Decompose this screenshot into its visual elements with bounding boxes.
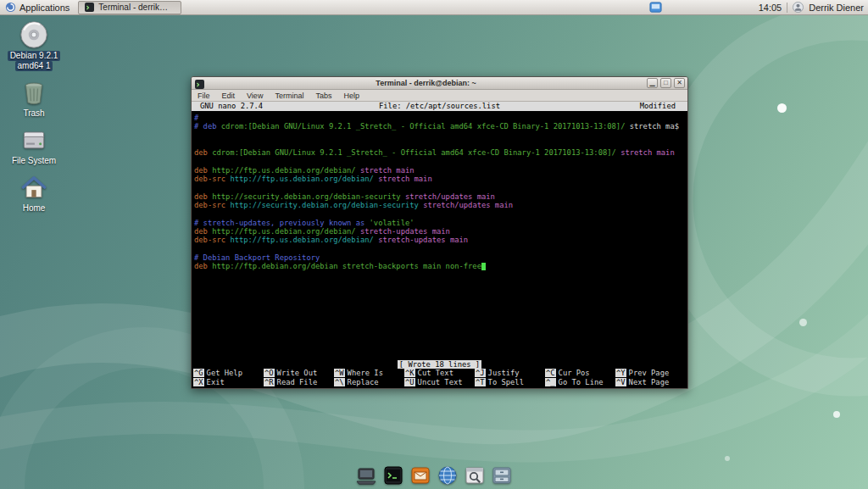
menu-edit[interactable]: Edit (216, 90, 242, 102)
text-cursor (481, 263, 486, 270)
buffer-line: # stretch-updates, previously known as '… (194, 219, 687, 227)
buffer-line: # Debian Backport Repository (194, 253, 687, 262)
wallpaper-dot (799, 319, 807, 326)
user-name[interactable]: Derrik Diener (809, 3, 864, 13)
terminal-window-icon (84, 2, 95, 13)
nano-modified-flag: Modified (640, 102, 676, 110)
file-manager-launcher-icon[interactable] (491, 464, 513, 486)
user-avatar-icon (793, 2, 804, 13)
buffer-line: deb http://security.debian.org/debian-se… (194, 192, 687, 201)
desktop-icon-label: File System (12, 156, 56, 166)
applications-menu-label: Applications (19, 3, 70, 13)
wallpaper-dot (777, 103, 787, 113)
menu-help[interactable]: Help (337, 90, 365, 102)
wallpaper-dot (725, 456, 730, 461)
nano-shortcut: ^RRead File (264, 378, 334, 386)
nano-statusbar: [ Wrote 18 lines ] (193, 360, 686, 369)
applications-menu-icon (5, 2, 16, 13)
desktop-icon-home[interactable]: Home (5, 173, 63, 214)
menu-file[interactable]: File (192, 90, 216, 102)
buffer-line: deb http://ftp.us.debian.org/debian/ str… (194, 166, 687, 175)
trash-icon (19, 78, 48, 107)
nano-shortcut: ^TTo Spell (475, 378, 545, 386)
panel-separator (787, 3, 787, 13)
file-system-icon (19, 125, 48, 154)
app-finder-launcher-icon[interactable] (464, 464, 486, 486)
buffer-line (194, 244, 687, 253)
nano-shortcut: ^JJustify (475, 369, 545, 377)
buffer-line: deb cdrom:[Debian GNU/Linux 9.2.1 _Stret… (194, 148, 687, 157)
window-titlebar[interactable]: Terminal - derrik@debian: ~ ▁ □ ✕ (192, 77, 687, 90)
maximize-button[interactable]: □ (660, 78, 671, 88)
menu-tabs[interactable]: Tabs (309, 90, 337, 102)
nano-shortcut: ^WWhere Is (334, 369, 404, 377)
close-button[interactable]: ✕ (674, 78, 685, 88)
terminal-content[interactable]: File: /etc/apt/sources.list GNU nano 2.7… (192, 102, 687, 388)
nano-shortcut: ^KCut Text (404, 369, 475, 377)
wallpaper-dot (833, 411, 840, 418)
top-panel: Applications Terminal - derrik@debia... … (0, 0, 868, 15)
window-title: Terminal - derrik@debian: ~ (208, 79, 644, 87)
nano-buffer: ## deb cdrom:[Debian GNU/Linux 9.2.1 _St… (192, 111, 687, 270)
buffer-line: # deb cdrom:[Debian GNU/Linux 9.2.1 _Str… (194, 122, 687, 131)
buffer-line (194, 183, 687, 192)
nano-titlebar: File: /etc/apt/sources.list GNU nano 2.7… (192, 102, 687, 111)
mail-launcher-icon[interactable] (409, 464, 431, 486)
nano-shortcut: ^XExit (193, 378, 264, 386)
desktop-icon-file-system[interactable]: File System (5, 125, 63, 166)
panel-right-group: 14:05 Derrik Diener (759, 2, 868, 13)
nano-shortcut: ^GGet Help (193, 369, 264, 377)
buffer-line (194, 157, 687, 165)
buffer-line (194, 140, 687, 148)
desktop-icon-trash[interactable]: Trash (5, 78, 63, 119)
desktop: Applications Terminal - derrik@debia... … (0, 0, 868, 489)
nano-shortcut: ^YPrev Page (615, 369, 686, 377)
nano-footer: [ Wrote 18 lines ] ^GGet Help^OWrite Out… (193, 360, 686, 386)
desktop-icons: Debian 9.2.1amd64 1TrashFile SystemHome (5, 20, 63, 214)
nano-file-label: File: /etc/apt/sources.list (192, 102, 687, 110)
home-icon (19, 173, 48, 202)
menu-terminal[interactable]: Terminal (269, 90, 309, 102)
applications-menu-button[interactable]: Applications (0, 1, 75, 14)
desktop-icon-label: Trash (23, 108, 44, 119)
buffer-line: deb http://ftp.debian.org/debian stretch… (194, 262, 687, 270)
buffer-line (194, 131, 687, 140)
buffer-line (194, 209, 687, 218)
nano-shortcut: ^VNext Page (615, 378, 686, 386)
dock (355, 464, 513, 486)
taskbar-window-label: Terminal - derrik@debia... (98, 3, 175, 12)
window-terminal-icon (194, 78, 205, 89)
nano-shortcuts-row1: ^GGet Help^OWrite Out^WWhere Is^KCut Tex… (193, 369, 686, 377)
tray-app-icon[interactable] (649, 1, 662, 14)
nano-shortcuts-row2: ^XExit^RRead File^\Replace^UUncut Text^T… (193, 378, 686, 386)
system-tray (648, 0, 664, 15)
debian-cd-icon (19, 20, 48, 49)
buffer-line: # (194, 114, 687, 122)
buffer-line: deb http://ftp.us.debian.org/debian/ str… (194, 227, 687, 236)
buffer-line: deb-src http://security.debian.org/debia… (194, 201, 687, 209)
terminal-window: Terminal - derrik@debian: ~ ▁ □ ✕ FileEd… (191, 76, 688, 389)
nano-shortcut: ^\Replace (334, 378, 404, 386)
nano-shortcut: ^_Go To Line (545, 378, 615, 386)
buffer-line: deb-src http://ftp.us.debian.org/debian/… (194, 236, 687, 244)
nano-shortcut: ^UUncut Text (404, 378, 475, 386)
web-browser-launcher-icon[interactable] (437, 464, 459, 486)
taskbar-window-button[interactable]: Terminal - derrik@debia... (78, 1, 181, 14)
desktop-icon-label: Debian 9.2.1amd64 1 (5, 51, 63, 71)
desktop-icon-debian-cd[interactable]: Debian 9.2.1amd64 1 (5, 20, 63, 71)
nano-shortcut: ^OWrite Out (264, 369, 334, 377)
window-menubar: FileEditViewTerminalTabsHelp (192, 90, 687, 102)
show-desktop-launcher-icon[interactable] (355, 464, 377, 486)
clock[interactable]: 14:05 (759, 3, 782, 13)
nano-shortcut: ^CCur Pos (545, 369, 615, 377)
nano-status-message: [ Wrote 18 lines ] (398, 360, 481, 369)
desktop-icon-label: Home (23, 203, 46, 214)
terminal-launcher-icon[interactable] (382, 464, 404, 486)
buffer-line: deb-src http://ftp.us.debian.org/debian/… (194, 175, 687, 183)
nano-version: GNU nano 2.7.4 (200, 102, 263, 110)
menu-view[interactable]: View (241, 90, 269, 102)
minimize-button[interactable]: ▁ (647, 78, 658, 88)
